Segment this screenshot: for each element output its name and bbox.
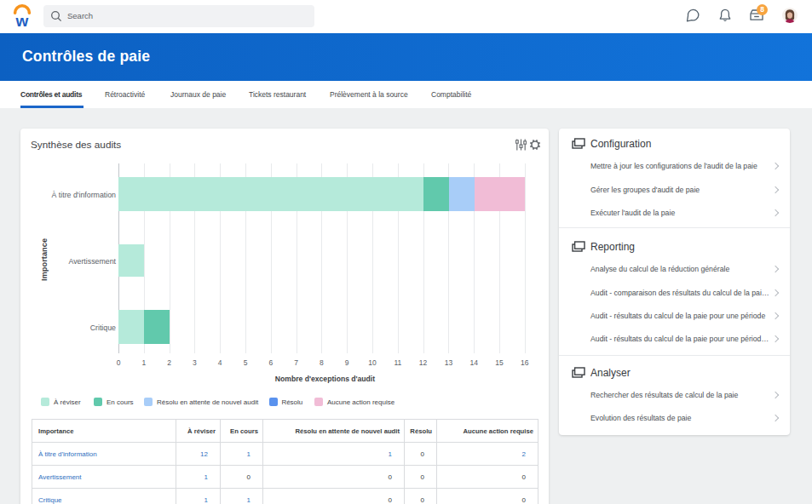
svg-text:w: w [15, 12, 29, 28]
